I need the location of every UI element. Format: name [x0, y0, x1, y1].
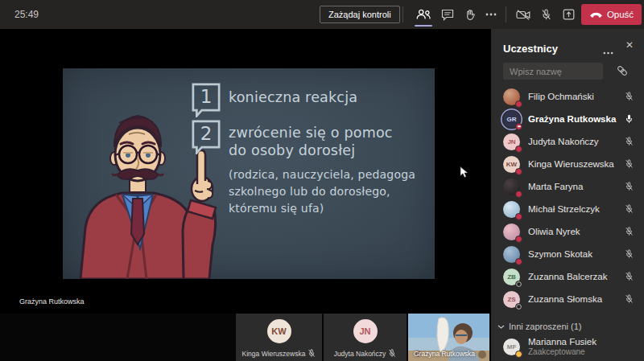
participant-name: Oliwia Nyrek [528, 227, 625, 237]
presence-status-badge [515, 191, 522, 198]
participant-row[interactable]: ZS Zuzanna Słomska [491, 288, 644, 310]
panel-title: Uczestnicy [503, 43, 558, 55]
participant-row[interactable]: Marta Faryna [491, 175, 644, 198]
toolbar-divider [506, 6, 506, 23]
mic-muted-icon [308, 349, 316, 358]
presence-status-badge [515, 213, 522, 220]
presence-status-badge [515, 168, 522, 175]
avatar-initials: KW [506, 161, 517, 168]
share-screen-icon[interactable] [559, 5, 578, 24]
hangup-icon [589, 11, 603, 18]
others-invited-list: MF Marianna Fusiek Zaakceptowane [491, 333, 644, 360]
presence-status-badge [515, 281, 522, 288]
participant-name: Zuzanna Balcerzak [528, 272, 625, 282]
participant-name: Judyta Nakończy [528, 137, 625, 147]
video-filmstrip: +6 KW Kinga Wieruszewska JN Judyta Nakoń… [0, 314, 489, 361]
presence-status-badge [515, 351, 522, 358]
presence-status-badge [515, 236, 522, 243]
mic-muted-icon [625, 249, 634, 259]
teams-meeting-window: 25:49 Zażądaj kontroli Opuść [0, 0, 644, 361]
meeting-toolbar: 25:49 Zażądaj kontroli Opuść [0, 0, 644, 29]
mic-muted-icon [625, 272, 634, 281]
mic-muted-icon [625, 204, 634, 214]
participant-row[interactable]: Filip Ochmański [491, 85, 644, 108]
presence-status-badge [515, 101, 522, 108]
video-tile[interactable]: KW Kinga Wieruszewska [236, 314, 322, 361]
participants-panel: Uczestnicy ✕ Filip Ochmański GR Grażyna … [491, 29, 644, 361]
participant-row[interactable]: Michał Strzelczyk [491, 198, 644, 220]
participant-row[interactable]: MF Marianna Fusiek Zaakceptowane [491, 333, 644, 360]
video-tile[interactable]: JN Judyta Nakończy [324, 314, 407, 361]
participant-row[interactable]: JN Judyta Nakończy [491, 130, 644, 153]
participant-row[interactable]: ZB Zuzanna Balcerzak [491, 265, 644, 288]
panel-more-icon[interactable] [603, 43, 613, 58]
participant-name: Szymon Skotak [528, 249, 625, 260]
avatar [503, 178, 520, 195]
others-invited-label: Inni zaproszeni (1) [509, 322, 582, 331]
slide-line-2: zwrócenie się o pomoc [229, 125, 393, 141]
mic-on-icon [625, 114, 634, 124]
participant-row[interactable]: KW Kinga Wieruszewska [491, 153, 644, 175]
chat-icon[interactable] [438, 5, 457, 24]
slide-line-3: do osoby dorosłej [229, 142, 355, 158]
meeting-timer: 25:49 [14, 9, 39, 20]
presence-status-badge [515, 146, 522, 153]
participant-row[interactable]: Oliwia Nyrek [491, 220, 644, 243]
copy-join-link-icon[interactable] [617, 65, 628, 80]
bullet-1-number: 1 [192, 86, 221, 107]
presence-status-badge [515, 303, 522, 310]
participant-status-text: Zaakceptowane [528, 347, 634, 357]
participants-icon[interactable] [414, 5, 433, 24]
toolbar-divider [402, 6, 403, 23]
mic-muted-icon [388, 349, 396, 358]
mic-muted-icon [625, 92, 634, 101]
avatar-initials: ZS [507, 296, 515, 303]
participant-name: Kinga Wieruszewska [528, 159, 625, 170]
avatar-initials: ZB [507, 273, 516, 281]
avatar: JN [503, 133, 520, 150]
raise-hand-icon[interactable] [460, 5, 480, 24]
participant-row[interactable]: Szymon Skotak [491, 243, 644, 265]
participant-row[interactable]: GR Grażyna Rutkowska [491, 108, 644, 130]
avatar: ZS [503, 291, 520, 308]
slide-note-2: szkolnego lub do dorosłego, [229, 185, 390, 198]
tile-participant-name: Kinga Wieruszewska [242, 350, 306, 358]
chevron-down-icon [497, 325, 505, 329]
presence-status-badge [515, 123, 522, 130]
mic-muted-icon [625, 137, 634, 146]
presence-status-badge [515, 258, 522, 265]
presenter-name-label: Grażyna Rutkowska [19, 297, 85, 306]
avatar: JN [353, 319, 378, 343]
participant-name: Marta Faryna [528, 182, 625, 192]
leave-meeting-button[interactable]: Opuść [581, 4, 642, 25]
avatar [503, 88, 520, 105]
request-control-button[interactable]: Zażądaj kontroli [320, 6, 400, 23]
participant-name: Michał Strzelczyk [528, 204, 625, 215]
avatar [503, 246, 520, 263]
others-invited-section-header[interactable]: Inni zaproszeni (1) [497, 322, 582, 331]
slide-note-3: któremu się ufa) [229, 202, 324, 215]
more-options-icon[interactable] [481, 5, 501, 24]
bullet-2-number: 2 [192, 123, 221, 144]
avatar: MF [503, 338, 520, 355]
avatar-initials: JN [507, 138, 515, 146]
video-tile-camera-on[interactable]: Grażyna Rutkowska [408, 314, 489, 361]
shared-screen-stage: 1 2 konieczna reakcja zwrócenie się o po… [0, 29, 489, 314]
tile-participant-name: Grażyna Rutkowska [414, 350, 475, 358]
participant-search-input[interactable] [503, 63, 603, 80]
participant-name: Zuzanna Słomska [528, 294, 625, 305]
panel-close-icon[interactable]: ✕ [625, 39, 634, 51]
presentation-slide: 1 2 konieczna reakcja zwrócenie się o po… [63, 68, 435, 279]
slide-line-1: konieczna reakcja [229, 89, 357, 105]
camera-off-icon[interactable] [514, 5, 533, 24]
avatar: GR [503, 111, 520, 128]
tile-participant-name: Judyta Nakończy [334, 350, 386, 358]
avatar-initials: MF [507, 343, 517, 351]
participant-name: Marianna Fusiek [528, 337, 634, 347]
mic-off-icon[interactable] [536, 5, 555, 24]
avatar [503, 224, 520, 240]
participant-name: Grażyna Rutkowska [528, 114, 625, 125]
avatar: KW [503, 156, 520, 173]
leave-label: Opuść [607, 10, 634, 19]
mic-muted-icon [625, 159, 634, 169]
